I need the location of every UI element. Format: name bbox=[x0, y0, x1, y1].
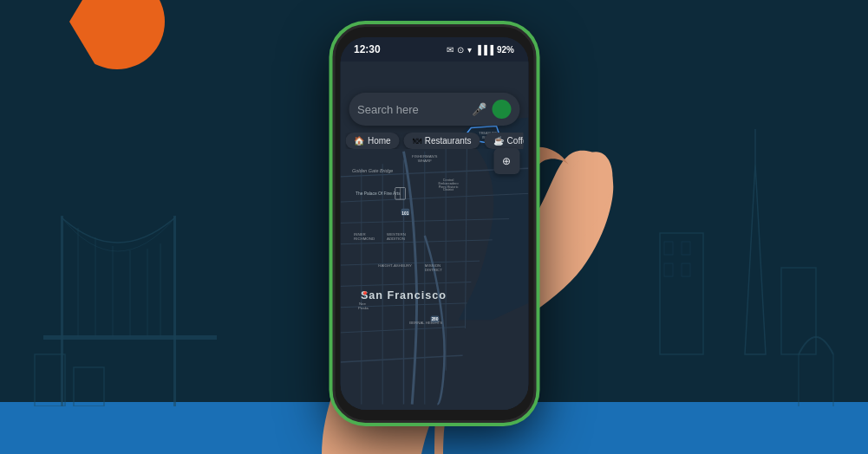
svg-rect-14 bbox=[682, 242, 690, 255]
svg-rect-15 bbox=[664, 263, 673, 276]
svg-text:📍: 📍 bbox=[360, 290, 369, 299]
svg-text:San Francisco: San Francisco bbox=[360, 289, 446, 302]
layers-button[interactable]: ⊕ bbox=[493, 148, 519, 174]
profile-avatar[interactable] bbox=[492, 100, 511, 119]
bridge-skyline-left bbox=[26, 146, 243, 406]
layers-icon: ⊕ bbox=[502, 155, 511, 167]
location-status-icon: ⊙ bbox=[457, 45, 464, 55]
svg-line-27 bbox=[340, 327, 465, 333]
status-bar: 12:30 ✉ ⊙ ▾ ▐▐▐ 92% bbox=[340, 37, 528, 62]
buildings-skyline-right bbox=[608, 129, 851, 406]
svg-text:WHARF: WHARF bbox=[417, 159, 431, 163]
status-icons: ✉ ⊙ ▾ ▐▐▐ 92% bbox=[447, 45, 514, 55]
chips-row: 🏠 Home 🍽 Restaurants ☕ Coffee 🍸 B bbox=[345, 133, 523, 149]
chip-home[interactable]: 🏠 Home bbox=[345, 133, 400, 149]
svg-rect-9 bbox=[35, 354, 65, 406]
background: 12:30 ✉ ⊙ ▾ ▐▐▐ 92% bbox=[0, 0, 868, 454]
svg-rect-17 bbox=[781, 268, 816, 354]
svg-rect-0 bbox=[61, 216, 63, 406]
map-view[interactable]: 101 280 Golden Gate Bridge The Palace Of… bbox=[340, 62, 528, 410]
moon-decoration bbox=[69, 0, 165, 69]
svg-line-25 bbox=[340, 282, 471, 287]
phone-device: 12:30 ✉ ⊙ ▾ ▐▐▐ 92% bbox=[332, 24, 536, 423]
svg-text:ADDITION: ADDITION bbox=[387, 237, 405, 241]
svg-rect-13 bbox=[664, 242, 673, 255]
chip-coffee-label: Coffee bbox=[507, 136, 523, 146]
restaurants-chip-icon: 🍽 bbox=[413, 136, 421, 146]
svg-text:District: District bbox=[443, 187, 454, 191]
home-chip-icon: 🏠 bbox=[354, 136, 364, 146]
svg-text:HAIGHT-ASHBURY: HAIGHT-ASHBURY bbox=[378, 263, 412, 268]
status-time: 12:30 bbox=[354, 43, 381, 55]
svg-text:Peaks: Peaks bbox=[357, 306, 369, 310]
signal-icon: ▐▐▐ bbox=[475, 45, 493, 55]
svg-text:Golden Gate Bridge: Golden Gate Bridge bbox=[352, 168, 393, 173]
chip-restaurants[interactable]: 🍽 Restaurants bbox=[404, 133, 480, 149]
email-status-icon: ✉ bbox=[447, 45, 454, 55]
svg-text:BERNAL HEIGHTS: BERNAL HEIGHTS bbox=[409, 321, 442, 325]
svg-rect-8 bbox=[43, 335, 217, 340]
wifi-icon: ▾ bbox=[467, 45, 472, 55]
mic-icon[interactable]: 🎤 bbox=[472, 102, 486, 116]
phone-screen: 12:30 ✉ ⊙ ▾ ▐▐▐ 92% bbox=[340, 37, 528, 410]
svg-rect-1 bbox=[173, 216, 176, 406]
svg-text:DISTRICT: DISTRICT bbox=[424, 268, 441, 272]
chip-home-label: Home bbox=[368, 136, 391, 146]
chip-restaurants-label: Restaurants bbox=[425, 136, 472, 146]
svg-rect-10 bbox=[74, 367, 104, 406]
svg-text:The Palace Of Fine Arts: The Palace Of Fine Arts bbox=[356, 191, 401, 196]
svg-text:101: 101 bbox=[401, 211, 408, 216]
search-bar[interactable]: Search here 🎤 bbox=[349, 93, 519, 126]
chip-coffee[interactable]: ☕ Coffee bbox=[485, 133, 523, 149]
coffee-chip-icon: ☕ bbox=[493, 136, 504, 146]
svg-rect-16 bbox=[682, 263, 690, 276]
battery-status: 92% bbox=[497, 45, 514, 55]
svg-text:RICHMOND: RICHMOND bbox=[354, 237, 375, 241]
search-placeholder: Search here bbox=[357, 103, 472, 116]
